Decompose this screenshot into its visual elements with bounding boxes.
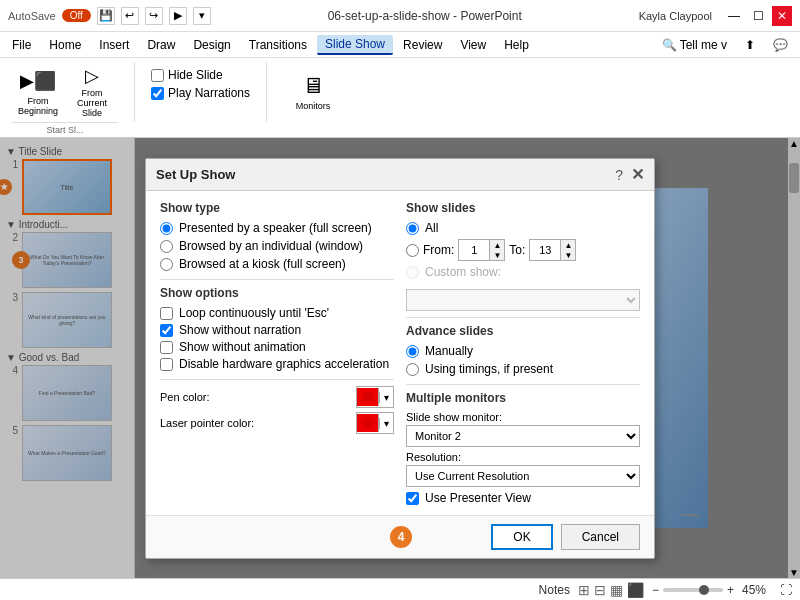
menu-share[interactable]: ⬆ (737, 36, 763, 54)
cancel-button[interactable]: Cancel (561, 524, 640, 550)
radio-kiosk-label: Browsed at a kiosk (full screen) (179, 257, 346, 271)
app-title: 06-set-up-a-slide-show - PowerPoint (211, 9, 639, 23)
menu-transitions[interactable]: Transitions (241, 36, 315, 54)
checkbox-no-narration[interactable]: Show without narration (160, 323, 394, 337)
menu-file[interactable]: File (4, 36, 39, 54)
radio-speaker-label: Presented by a speaker (full screen) (179, 221, 372, 235)
menu-insert[interactable]: Insert (91, 36, 137, 54)
presenter-view-checkbox[interactable] (406, 492, 419, 505)
from-down-arrow[interactable]: ▼ (490, 250, 504, 260)
custom-show-label: Custom show: (425, 265, 501, 279)
monitor-select[interactable]: Monitor 2 (406, 425, 640, 447)
ribbon-divider-1 (134, 62, 135, 122)
menu-review[interactable]: Review (395, 36, 450, 54)
laser-color-arrow-icon[interactable]: ▾ (379, 418, 393, 429)
laser-color-row: Laser pointer color: ▾ (160, 412, 394, 434)
radio-kiosk-input[interactable] (160, 258, 173, 271)
notes-label[interactable]: Notes (539, 583, 570, 597)
radio-from-input[interactable] (406, 244, 419, 257)
hide-slide-label: Hide Slide (168, 68, 223, 82)
menu-slideshow[interactable]: Slide Show (317, 35, 393, 55)
radio-timings-input[interactable] (406, 363, 419, 376)
radio-manually[interactable]: Manually (406, 344, 640, 358)
redo-icon[interactable]: ↪ (145, 7, 163, 25)
zoom-slider-thumb[interactable] (699, 585, 709, 595)
checkbox-loop[interactable]: Loop continuously until 'Esc' (160, 306, 394, 320)
customize-qat-icon[interactable]: ▾ (193, 7, 211, 25)
laser-color-label: Laser pointer color: (160, 417, 254, 429)
fit-to-window-icon[interactable]: ⛶ (780, 583, 792, 597)
dialog-close-button[interactable]: ✕ (631, 165, 644, 184)
menu-search[interactable]: 🔍 Tell me v (654, 36, 735, 54)
present-icon[interactable]: ▶ (169, 7, 187, 25)
from-current-button[interactable]: ▷ FromCurrent Slide (66, 64, 118, 120)
minimize-button[interactable]: — (724, 6, 744, 26)
autosave-toggle[interactable]: Off (62, 9, 91, 22)
menu-view[interactable]: View (452, 36, 494, 54)
checkbox-disable-hw-label: Disable hardware graphics acceleration (179, 357, 389, 371)
menu-home[interactable]: Home (41, 36, 89, 54)
dialog-col-left: Show type Presented by a speaker (full s… (160, 201, 394, 505)
menu-comment[interactable]: 💬 (765, 36, 796, 54)
resolution-select[interactable]: Use Current Resolution (406, 465, 640, 487)
step-badge-4-container: 4 (390, 526, 412, 548)
to-up-arrow[interactable]: ▲ (561, 240, 575, 250)
checkbox-no-animation[interactable]: Show without animation (160, 340, 394, 354)
radio-kiosk[interactable]: Browsed at a kiosk (full screen) (160, 257, 394, 271)
checkbox-no-narration-input[interactable] (160, 324, 173, 337)
radio-speaker-input[interactable] (160, 222, 173, 235)
slideshow-view-icon[interactable]: ⬛ (627, 582, 644, 598)
custom-show-select[interactable] (406, 289, 640, 311)
from-value-input[interactable] (459, 243, 489, 257)
hide-slide-checkbox[interactable] (151, 69, 164, 82)
from-up-arrow[interactable]: ▲ (490, 240, 504, 250)
separator-1 (160, 279, 394, 280)
play-narrations-checkbox[interactable] (151, 87, 164, 100)
zoom-in-icon[interactable]: + (727, 583, 734, 597)
zoom-slider[interactable] (663, 588, 723, 592)
radio-from-row: From: ▲ ▼ To: (406, 239, 640, 261)
zoom-out-icon[interactable]: − (652, 583, 659, 597)
checkbox-disable-hw-input[interactable] (160, 358, 173, 371)
radio-all[interactable]: All (406, 221, 640, 235)
radio-speaker[interactable]: Presented by a speaker (full screen) (160, 221, 394, 235)
to-arrows: ▲ ▼ (560, 240, 575, 260)
help-button[interactable]: ? (615, 167, 623, 183)
save-icon[interactable]: 💾 (97, 7, 115, 25)
menu-help[interactable]: Help (496, 36, 537, 54)
zoom-percent[interactable]: 45% (742, 583, 772, 597)
laser-color-button[interactable]: ▾ (356, 412, 394, 434)
to-label: To: (509, 243, 525, 257)
maximize-button[interactable]: ☐ (748, 6, 768, 26)
reading-view-icon[interactable]: ▦ (610, 582, 623, 598)
checkbox-disable-hw[interactable]: Disable hardware graphics acceleration (160, 357, 394, 371)
checkbox-loop-input[interactable] (160, 307, 173, 320)
svg-rect-0 (363, 392, 373, 402)
radio-timings[interactable]: Using timings, if present (406, 362, 640, 376)
close-button[interactable]: ✕ (772, 6, 792, 26)
from-beginning-icon: ▶⬛ (24, 67, 52, 95)
pen-color-button[interactable]: ▾ (356, 386, 394, 408)
to-value-input[interactable] (530, 243, 560, 257)
title-bar-right: Kayla Claypool — ☐ ✕ (639, 6, 792, 26)
radio-custom-input[interactable] (406, 266, 419, 279)
pen-color-arrow-icon[interactable]: ▾ (379, 392, 393, 403)
normal-view-icon[interactable]: ⊞ (578, 582, 590, 598)
radio-individual-input[interactable] (160, 240, 173, 253)
to-down-arrow[interactable]: ▼ (561, 250, 575, 260)
slide-sorter-icon[interactable]: ⊟ (594, 582, 606, 598)
radio-manually-input[interactable] (406, 345, 419, 358)
monitor-button[interactable]: 🖥 Monitors (283, 64, 343, 120)
radio-all-input[interactable] (406, 222, 419, 235)
show-type-group: Presented by a speaker (full screen) Bro… (160, 221, 394, 271)
radio-custom[interactable]: Custom show: (406, 265, 640, 279)
from-beginning-button[interactable]: ▶⬛ From Beginning (12, 64, 64, 120)
checkbox-no-animation-input[interactable] (160, 341, 173, 354)
menu-design[interactable]: Design (185, 36, 238, 54)
ok-button[interactable]: OK (491, 524, 552, 550)
presenter-view-row[interactable]: Use Presenter View (406, 491, 640, 505)
show-slides-group: All From: ▲ ▼ (406, 221, 640, 279)
menu-draw[interactable]: Draw (139, 36, 183, 54)
undo-icon[interactable]: ↩ (121, 7, 139, 25)
radio-individual[interactable]: Browsed by an individual (window) (160, 239, 394, 253)
